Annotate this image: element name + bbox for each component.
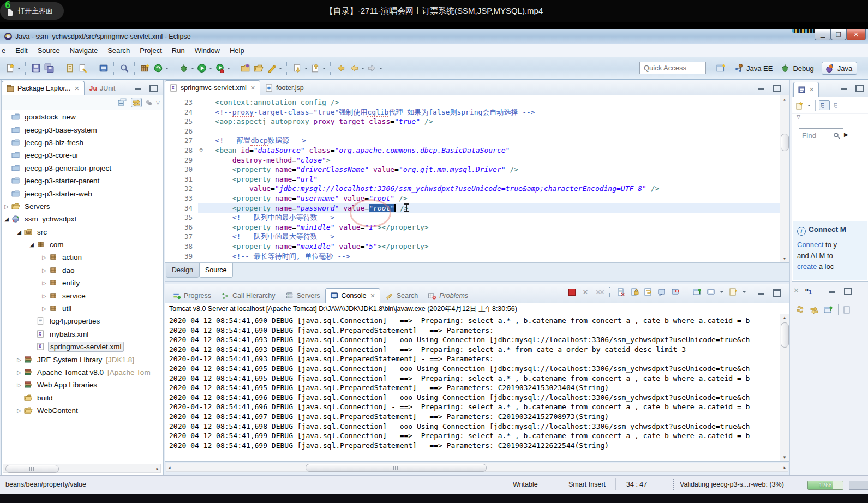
tree-item-servers[interactable]: ▷Servers xyxy=(2,200,162,213)
close-button[interactable]: ✕ xyxy=(846,29,866,40)
minimize-icon[interactable] xyxy=(756,288,767,296)
console-output[interactable]: Tomcat v8.0 Server at localhost [Apache … xyxy=(165,303,789,461)
tree-item-mybatis-xml[interactable]: Xmybatis.xml xyxy=(2,328,162,340)
tree-item-service[interactable]: ▷service xyxy=(2,289,162,302)
categorized-view-icon[interactable] xyxy=(819,100,830,110)
expander-icon[interactable]: ◢ xyxy=(28,242,35,248)
expander-icon[interactable]: ▷ xyxy=(40,280,48,286)
expander-icon[interactable]: ▷ xyxy=(15,369,23,375)
synchronize-icon[interactable] xyxy=(795,305,805,314)
view-tab-servers[interactable]: Servers xyxy=(280,288,325,303)
save-all-button[interactable] xyxy=(43,62,56,75)
marker-button[interactable] xyxy=(265,62,278,75)
perspective-debug[interactable]: Debug xyxy=(780,63,813,73)
quick-access-input[interactable] xyxy=(639,62,706,74)
display-console-button[interactable] xyxy=(706,288,716,296)
scroll-left-icon[interactable]: ◂ xyxy=(168,464,171,471)
tree-item-jeecg-p3-starter-parent[interactable]: jeecg-p3-starter-parent xyxy=(2,175,162,187)
next-edit-button[interactable] xyxy=(309,62,322,75)
dropdown-icon[interactable] xyxy=(743,291,746,295)
scroll-lock-button[interactable] xyxy=(630,288,639,296)
expander-icon[interactable]: ▷ xyxy=(15,382,23,388)
terminate-button[interactable] xyxy=(567,288,577,296)
dropdown-icon[interactable] xyxy=(304,68,308,71)
pin-console-button[interactable] xyxy=(692,288,702,296)
pin-editor-icon[interactable] xyxy=(824,306,833,314)
scroll-up-icon[interactable]: ▴ xyxy=(780,315,789,320)
tree-item-com[interactable]: ◢com xyxy=(2,238,162,251)
maximize-icon[interactable] xyxy=(148,83,159,92)
xml-source-editor[interactable]: 232425262728⊖2930313233343536373839 <con… xyxy=(165,95,789,263)
debug-button[interactable] xyxy=(177,62,190,75)
fast-view-stack[interactable]: »1 xyxy=(805,285,812,295)
tree-item-dao[interactable]: ▷dao xyxy=(2,264,162,277)
dropdown-icon[interactable] xyxy=(165,68,169,71)
print-button[interactable] xyxy=(97,62,110,75)
menu-item-search[interactable]: Search xyxy=(103,44,135,57)
tree-item-src[interactable]: ◢src xyxy=(2,226,162,238)
perspective-java[interactable]: Java xyxy=(822,62,857,75)
link-with-editor-icon[interactable] xyxy=(131,98,142,107)
tree-item-jeecg-p3-starter-web[interactable]: jeecg-p3-starter-web xyxy=(2,187,162,200)
scroll-down-icon[interactable]: ▾ xyxy=(780,256,789,261)
view-tab-call-hierarchy[interactable]: Call Hierarchy xyxy=(216,288,280,303)
scheduled-view-icon[interactable] xyxy=(833,101,842,109)
tree-item-webcontent[interactable]: ▷WebContent xyxy=(2,404,162,417)
open-console-button[interactable] xyxy=(728,288,738,296)
focus-icon[interactable] xyxy=(145,99,153,106)
expander-icon[interactable]: ◢ xyxy=(15,229,23,235)
minimize-icon[interactable] xyxy=(839,83,849,92)
scroll-up-icon[interactable]: ▴ xyxy=(780,97,789,102)
folder-open2-button[interactable] xyxy=(252,62,265,75)
menu-item-project[interactable]: Project xyxy=(135,44,166,57)
tree-item-action[interactable]: ▷action xyxy=(2,251,162,264)
close-icon[interactable]: ✕ xyxy=(74,85,79,92)
tab-source[interactable]: Source xyxy=(199,263,233,278)
view-tab-console[interactable]: Console✕ xyxy=(325,288,380,303)
run-external-button[interactable] xyxy=(213,62,226,75)
minimize-button[interactable]: ▁ xyxy=(815,29,831,40)
run-button[interactable] xyxy=(195,62,208,75)
window-titlebar[interactable]: Java - ssm_ychwsdpxt/src/springmvc-servl… xyxy=(0,29,868,44)
clear-console-button[interactable] xyxy=(616,288,626,296)
perspective-java-ee[interactable]: Java EE xyxy=(734,63,773,73)
save-button[interactable] xyxy=(29,62,43,75)
expand-icon[interactable]: ▶ xyxy=(844,131,848,137)
task-find-input[interactable]: Find xyxy=(799,128,843,142)
tree-item-util[interactable]: ▷util xyxy=(2,302,162,315)
new-table-button[interactable] xyxy=(139,62,152,75)
back-history-button[interactable] xyxy=(334,62,348,75)
close-icon[interactable]: ✕ xyxy=(809,86,814,93)
link-icon[interactable] xyxy=(810,306,819,314)
tree-item-entity[interactable]: ▷entity xyxy=(2,277,162,289)
folder-type-button[interactable] xyxy=(239,62,252,75)
expander-icon[interactable]: ▷ xyxy=(40,293,48,299)
menu-item-edit[interactable]: Edit xyxy=(10,44,32,57)
clipped-icon[interactable] xyxy=(843,306,850,314)
create-link[interactable]: create xyxy=(797,262,817,271)
scroll-right-icon[interactable]: ▸ xyxy=(156,465,159,472)
tree-item-springmvc-servlet-xml[interactable]: Xspringmvc-servlet.xml xyxy=(2,340,162,353)
new-task-icon[interactable] xyxy=(795,101,804,110)
connect-link[interactable]: Connect xyxy=(797,241,823,249)
dropdown-icon[interactable] xyxy=(17,68,21,71)
menu-item-e[interactable]: e xyxy=(0,44,10,57)
menu-item-source[interactable]: Source xyxy=(33,44,65,57)
dropdown-icon[interactable] xyxy=(379,68,382,71)
remove-all-launches-button[interactable]: ✕✕ xyxy=(594,288,604,296)
dropdown-icon[interactable] xyxy=(361,68,364,71)
expander-icon[interactable]: ▷ xyxy=(40,306,48,312)
tree-item-build[interactable]: build xyxy=(2,392,162,404)
dropdown-icon[interactable] xyxy=(720,291,723,295)
tab-junit[interactable]: Ju JUnit xyxy=(85,81,121,95)
minimize-icon[interactable] xyxy=(756,83,767,92)
show-on-stderr-button[interactable] xyxy=(671,288,680,296)
tree-item-jeecg-p3-core-ui[interactable]: jeecg-p3-core-ui xyxy=(2,149,162,161)
editor-vscrollbar[interactable]: ▴ ▾ xyxy=(780,95,789,262)
collapse-all-icon[interactable] xyxy=(118,98,128,107)
word-wrap-button[interactable] xyxy=(643,288,653,296)
expander-icon[interactable]: ◢ xyxy=(3,216,10,222)
doc-scroll-button[interactable] xyxy=(63,62,76,75)
menu-item-run[interactable]: Run xyxy=(167,44,190,57)
minimize-icon[interactable] xyxy=(133,83,143,92)
